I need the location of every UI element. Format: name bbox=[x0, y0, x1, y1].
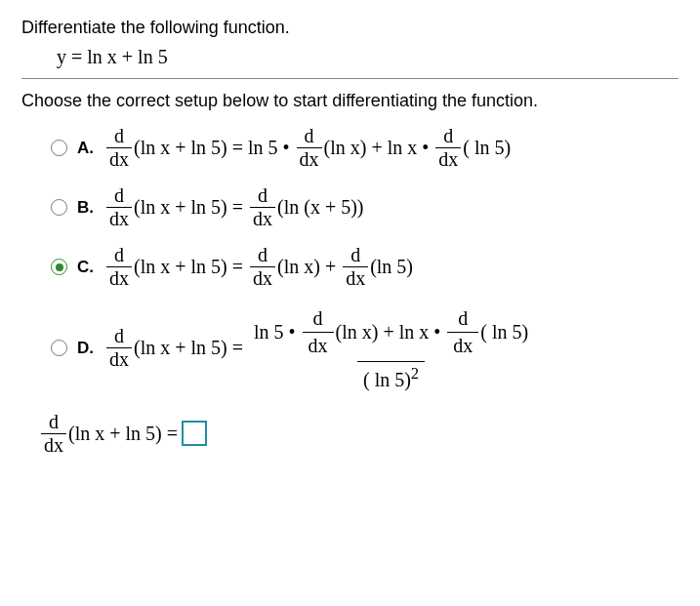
final-answer-line: ddx(ln x + ln 5) = bbox=[39, 411, 679, 457]
option-c-expression: ddx(ln x + ln 5) = ddx(ln x) + ddx(ln 5) bbox=[104, 244, 413, 290]
divider bbox=[21, 78, 679, 79]
option-a[interactable]: A. ddx(ln x + ln 5) = ln 5 • ddx(ln x) +… bbox=[51, 125, 679, 171]
option-b-expression: ddx(ln x + ln 5) = ddx(ln (x + 5)) bbox=[104, 184, 363, 230]
radio-c-icon bbox=[51, 259, 67, 275]
option-d-expression: ddx(ln x + ln 5) = ln 5 • ddx(ln x) + ln… bbox=[104, 303, 534, 393]
option-b[interactable]: B. ddx(ln x + ln 5) = ddx(ln (x + 5)) bbox=[51, 184, 679, 230]
option-c-letter: C. bbox=[77, 258, 104, 277]
instruction-text: Choose the correct setup below to start … bbox=[21, 91, 679, 111]
option-b-letter: B. bbox=[77, 198, 104, 218]
option-a-letter: A. bbox=[77, 139, 104, 158]
option-a-expression: ddx(ln x + ln 5) = ln 5 • ddx(ln x) + ln… bbox=[104, 125, 511, 171]
radio-d-icon bbox=[51, 340, 67, 356]
option-d[interactable]: D. ddx(ln x + ln 5) = ln 5 • ddx(ln x) +… bbox=[51, 303, 679, 393]
answer-input[interactable] bbox=[182, 421, 207, 446]
question-prompt: Differentiate the following function. bbox=[21, 18, 679, 38]
option-d-letter: D. bbox=[77, 339, 104, 358]
radio-b-icon bbox=[51, 199, 67, 216]
function-equation: y = ln x + ln 5 bbox=[57, 46, 679, 68]
radio-a-icon bbox=[51, 140, 67, 156]
option-c[interactable]: C. ddx(ln x + ln 5) = ddx(ln x) + ddx(ln… bbox=[51, 244, 679, 290]
